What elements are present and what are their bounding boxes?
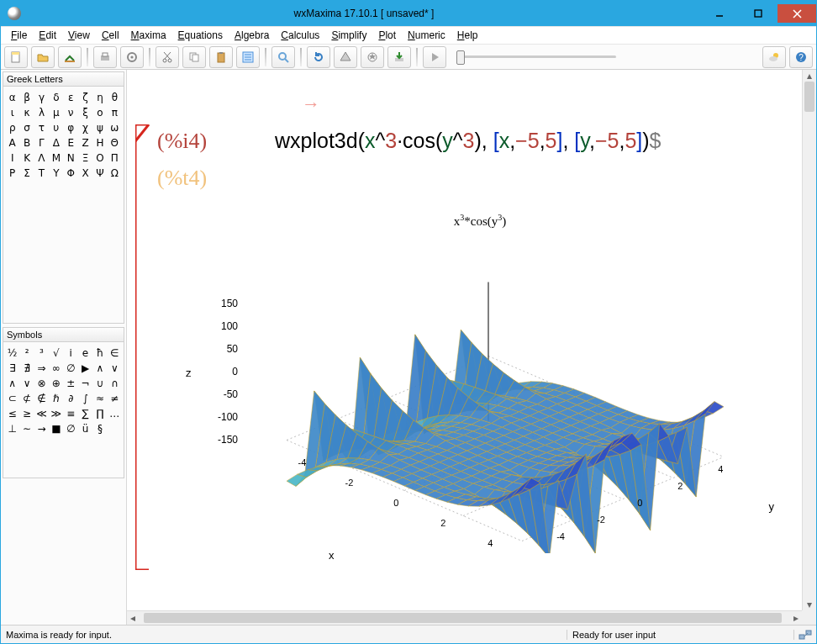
greek-char[interactable]: φ bbox=[64, 120, 78, 135]
symbol-char[interactable]: ü bbox=[78, 421, 92, 436]
symbol-char[interactable]: ≪ bbox=[34, 406, 49, 421]
animation-play-button[interactable] bbox=[423, 46, 446, 68]
menu-view[interactable]: View bbox=[63, 28, 95, 43]
greek-char[interactable]: τ bbox=[34, 120, 49, 135]
copy-button[interactable] bbox=[182, 46, 206, 68]
greek-char[interactable]: Ε bbox=[64, 135, 78, 150]
greek-char[interactable]: β bbox=[19, 90, 34, 105]
symbol-char[interactable]: ℏ bbox=[49, 391, 63, 406]
weather-button[interactable] bbox=[762, 46, 786, 68]
symbol-char[interactable]: ∞ bbox=[49, 361, 63, 376]
greek-char[interactable]: ρ bbox=[5, 120, 19, 135]
symbol-char[interactable]: ∂ bbox=[64, 391, 78, 406]
greek-char[interactable]: α bbox=[5, 90, 19, 105]
symbol-char[interactable]: ∨ bbox=[19, 376, 34, 391]
greek-char[interactable]: π bbox=[108, 105, 122, 120]
greek-char[interactable]: λ bbox=[34, 105, 49, 120]
greek-char[interactable]: Γ bbox=[34, 135, 49, 150]
menu-simplify[interactable]: Simplify bbox=[326, 28, 372, 43]
symbol-char[interactable]: ≥ bbox=[19, 406, 34, 421]
cell-bracket[interactable] bbox=[135, 124, 150, 570]
save-button[interactable] bbox=[58, 46, 82, 68]
settings-button[interactable] bbox=[120, 46, 144, 68]
menu-numeric[interactable]: Numeric bbox=[403, 28, 451, 43]
symbol-char[interactable]: ± bbox=[64, 376, 78, 391]
greek-char[interactable]: ψ bbox=[92, 120, 107, 135]
symbol-char[interactable]: ∧ bbox=[5, 376, 19, 391]
symbol-char[interactable]: ≫ bbox=[49, 406, 63, 421]
cut-button[interactable] bbox=[155, 46, 179, 68]
symbol-char[interactable]: ⊗ bbox=[34, 376, 49, 391]
greek-char[interactable]: δ bbox=[49, 90, 63, 105]
greek-char[interactable]: σ bbox=[19, 120, 34, 135]
interrupt-button[interactable] bbox=[334, 46, 357, 68]
greek-char[interactable]: Δ bbox=[49, 135, 63, 150]
greek-char[interactable]: Σ bbox=[19, 166, 34, 181]
symbol-char[interactable]: ■ bbox=[49, 421, 63, 436]
symbol-char[interactable]: ∄ bbox=[19, 361, 34, 376]
greek-char[interactable]: ι bbox=[5, 105, 19, 120]
greek-char[interactable]: Ψ bbox=[92, 166, 107, 181]
greek-char[interactable]: Υ bbox=[49, 166, 63, 181]
greek-char[interactable]: ο bbox=[92, 105, 107, 120]
symbol-char[interactable]: … bbox=[108, 406, 122, 421]
greek-char[interactable]: Κ bbox=[19, 150, 34, 166]
symbol-char[interactable]: ¬ bbox=[78, 376, 92, 391]
symbol-char[interactable]: ⊥ bbox=[5, 421, 19, 436]
greek-char[interactable]: Ο bbox=[92, 150, 107, 166]
maximize-button[interactable] bbox=[739, 4, 777, 23]
symbol-char[interactable]: ▶ bbox=[78, 361, 92, 376]
menu-algebra[interactable]: Algebra bbox=[229, 28, 274, 43]
symbol-char[interactable]: ∪ bbox=[92, 376, 107, 391]
symbol-char[interactable]: ² bbox=[19, 346, 34, 361]
symbol-char[interactable]: ∨ bbox=[108, 361, 122, 376]
symbol-char[interactable]: → bbox=[34, 421, 49, 436]
greek-char[interactable]: μ bbox=[49, 105, 63, 120]
horizontal-scrollbar[interactable]: ◂▸ bbox=[127, 610, 802, 625]
greek-char[interactable]: θ bbox=[108, 90, 122, 105]
greek-char[interactable]: Η bbox=[92, 135, 107, 150]
menu-calculus[interactable]: Calculus bbox=[276, 28, 324, 43]
animation-slider[interactable] bbox=[456, 55, 616, 58]
greek-char[interactable]: Β bbox=[19, 135, 34, 150]
minimize-button[interactable] bbox=[700, 4, 739, 23]
help-button[interactable]: ? bbox=[789, 46, 813, 68]
greek-char[interactable]: Λ bbox=[34, 150, 49, 166]
greek-char[interactable]: ε bbox=[64, 90, 78, 105]
greek-char[interactable]: Ξ bbox=[78, 150, 92, 166]
symbol-char[interactable]: ∩ bbox=[108, 376, 122, 391]
evaluate-button[interactable] bbox=[361, 46, 384, 68]
greek-char[interactable]: υ bbox=[49, 120, 63, 135]
menu-plot[interactable]: Plot bbox=[373, 28, 401, 43]
greek-char[interactable]: ω bbox=[108, 120, 122, 135]
symbol-char[interactable]: ∑ bbox=[78, 406, 92, 421]
find-button[interactable] bbox=[271, 46, 295, 68]
menu-file[interactable]: File bbox=[6, 28, 32, 43]
greek-char[interactable]: Ι bbox=[5, 150, 19, 166]
greek-char[interactable]: Τ bbox=[34, 166, 49, 181]
greek-char[interactable]: ξ bbox=[78, 105, 92, 120]
close-button[interactable] bbox=[777, 4, 816, 23]
symbol-char[interactable]: ∼ bbox=[19, 421, 34, 436]
greek-char[interactable]: Ζ bbox=[78, 135, 92, 150]
symbol-char[interactable]: ≠ bbox=[108, 391, 122, 406]
symbol-char[interactable]: ½ bbox=[5, 346, 19, 361]
paste-button[interactable] bbox=[209, 46, 233, 68]
symbol-char[interactable]: ħ bbox=[92, 346, 107, 361]
open-button[interactable] bbox=[31, 46, 55, 68]
greek-char[interactable]: Ρ bbox=[5, 166, 19, 181]
symbol-char[interactable]: ∉ bbox=[34, 391, 49, 406]
greek-char[interactable]: κ bbox=[19, 105, 34, 120]
greek-char[interactable]: Χ bbox=[78, 166, 92, 181]
greek-char[interactable]: χ bbox=[78, 120, 92, 135]
menu-help[interactable]: Help bbox=[452, 28, 483, 43]
symbol-char[interactable]: е bbox=[78, 346, 92, 361]
symbol-char[interactable]: ⊕ bbox=[49, 376, 63, 391]
greek-char[interactable]: Π bbox=[108, 150, 122, 166]
symbol-char[interactable]: ³ bbox=[34, 346, 49, 361]
greek-char[interactable]: η bbox=[92, 90, 107, 105]
select-all-button[interactable] bbox=[236, 46, 260, 68]
symbol-char[interactable]: ∈ bbox=[108, 346, 122, 361]
symbol-char[interactable]: § bbox=[92, 421, 107, 436]
symbol-char[interactable]: ⊂ bbox=[5, 391, 19, 406]
